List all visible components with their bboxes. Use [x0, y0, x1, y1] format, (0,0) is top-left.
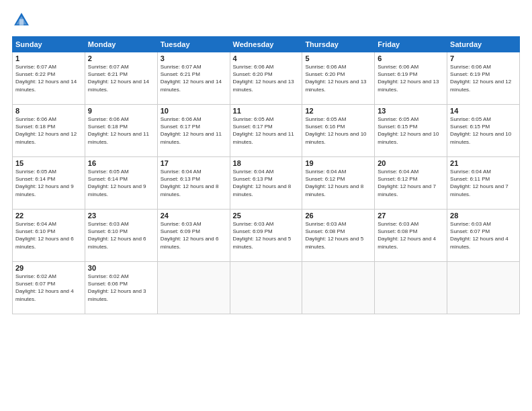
day-info: Sunrise: 6:06 AMSunset: 6:18 PMDaylight:… [15, 116, 77, 145]
logo-icon [12, 11, 31, 30]
calendar-cell: 8 Sunrise: 6:06 AMSunset: 6:18 PMDayligh… [13, 105, 85, 157]
calendar-week-3: 15 Sunrise: 6:05 AMSunset: 6:14 PMDaylig… [13, 157, 520, 210]
calendar-cell: 22 Sunrise: 6:04 AMSunset: 6:10 PMDaylig… [13, 210, 85, 262]
calendar-cell [447, 262, 520, 314]
day-number: 4 [233, 54, 300, 62]
day-number: 11 [233, 107, 300, 115]
weekday-header-wednesday: Wednesday [230, 37, 302, 52]
day-info: Sunrise: 6:06 AMSunset: 6:19 PMDaylight:… [450, 64, 511, 93]
calendar-cell: 1 Sunrise: 6:07 AMSunset: 6:22 PMDayligh… [13, 52, 85, 105]
svg-rect-2 [19, 19, 24, 25]
weekday-header-friday: Friday [375, 37, 447, 52]
day-number: 21 [450, 159, 517, 167]
day-info: Sunrise: 6:03 AMSunset: 6:08 PMDaylight:… [378, 221, 436, 250]
calendar-week-1: 1 Sunrise: 6:07 AMSunset: 6:22 PMDayligh… [13, 52, 520, 105]
day-info: Sunrise: 6:07 AMSunset: 6:21 PMDaylight:… [161, 64, 222, 93]
calendar-cell: 3 Sunrise: 6:07 AMSunset: 6:21 PMDayligh… [157, 52, 230, 105]
day-info: Sunrise: 6:03 AMSunset: 6:07 PMDaylight:… [450, 221, 508, 250]
day-info: Sunrise: 6:06 AMSunset: 6:18 PMDaylight:… [88, 116, 149, 145]
calendar-cell: 18 Sunrise: 6:04 AMSunset: 6:13 PMDaylig… [230, 157, 302, 210]
calendar-cell: 25 Sunrise: 6:03 AMSunset: 6:09 PMDaylig… [230, 210, 302, 262]
calendar-cell [157, 262, 230, 314]
calendar-week-5: 29 Sunrise: 6:02 AMSunset: 6:07 PMDaylig… [13, 262, 520, 314]
calendar-week-2: 8 Sunrise: 6:06 AMSunset: 6:18 PMDayligh… [13, 105, 520, 157]
header [12, 11, 520, 30]
calendar-cell: 19 Sunrise: 6:04 AMSunset: 6:12 PMDaylig… [302, 157, 375, 210]
calendar-cell: 27 Sunrise: 6:03 AMSunset: 6:08 PMDaylig… [375, 210, 447, 262]
day-info: Sunrise: 6:04 AMSunset: 6:12 PMDaylight:… [378, 169, 436, 197]
day-number: 16 [88, 159, 154, 167]
day-number: 14 [450, 107, 517, 115]
day-number: 1 [15, 54, 82, 62]
calendar-header-row: SundayMondayTuesdayWednesdayThursdayFrid… [13, 37, 520, 52]
calendar-cell: 29 Sunrise: 6:02 AMSunset: 6:07 PMDaylig… [13, 262, 85, 314]
day-number: 12 [305, 107, 371, 115]
day-number: 5 [305, 54, 371, 62]
calendar-cell: 20 Sunrise: 6:04 AMSunset: 6:12 PMDaylig… [375, 157, 447, 210]
logo [12, 11, 34, 30]
calendar-table: SundayMondayTuesdayWednesdayThursdayFrid… [12, 36, 520, 314]
page: SundayMondayTuesdayWednesdayThursdayFrid… [0, 0, 532, 411]
day-info: Sunrise: 6:05 AMSunset: 6:14 PMDaylight:… [88, 169, 146, 197]
weekday-header-sunday: Sunday [13, 37, 85, 52]
calendar-cell: 15 Sunrise: 6:05 AMSunset: 6:14 PMDaylig… [13, 157, 85, 210]
day-number: 15 [15, 159, 82, 167]
day-number: 30 [88, 264, 154, 272]
calendar-cell: 17 Sunrise: 6:04 AMSunset: 6:13 PMDaylig… [157, 157, 230, 210]
calendar-cell: 10 Sunrise: 6:06 AMSunset: 6:17 PMDaylig… [157, 105, 230, 157]
day-info: Sunrise: 6:04 AMSunset: 6:13 PMDaylight:… [161, 169, 219, 197]
calendar-cell: 14 Sunrise: 6:05 AMSunset: 6:15 PMDaylig… [447, 105, 520, 157]
day-number: 22 [15, 212, 82, 220]
day-info: Sunrise: 6:04 AMSunset: 6:10 PMDaylight:… [15, 221, 74, 250]
calendar-cell: 23 Sunrise: 6:03 AMSunset: 6:10 PMDaylig… [85, 210, 157, 262]
day-number: 2 [88, 54, 154, 62]
day-number: 26 [305, 212, 371, 220]
day-number: 3 [161, 54, 227, 62]
day-info: Sunrise: 6:05 AMSunset: 6:15 PMDaylight:… [450, 116, 511, 145]
calendar-cell: 5 Sunrise: 6:06 AMSunset: 6:20 PMDayligh… [302, 52, 375, 105]
day-number: 19 [305, 159, 371, 167]
day-info: Sunrise: 6:03 AMSunset: 6:09 PMDaylight:… [161, 221, 219, 250]
calendar-cell [302, 262, 375, 314]
calendar-cell: 11 Sunrise: 6:05 AMSunset: 6:17 PMDaylig… [230, 105, 302, 157]
day-number: 9 [88, 107, 154, 115]
calendar-cell: 12 Sunrise: 6:05 AMSunset: 6:16 PMDaylig… [302, 105, 375, 157]
calendar-cell: 6 Sunrise: 6:06 AMSunset: 6:19 PMDayligh… [375, 52, 447, 105]
day-info: Sunrise: 6:04 AMSunset: 6:12 PMDaylight:… [305, 169, 363, 197]
day-number: 23 [88, 212, 154, 220]
calendar-cell: 24 Sunrise: 6:03 AMSunset: 6:09 PMDaylig… [157, 210, 230, 262]
day-info: Sunrise: 6:05 AMSunset: 6:17 PMDaylight:… [233, 116, 294, 145]
day-number: 8 [15, 107, 82, 115]
day-number: 17 [161, 159, 227, 167]
day-number: 27 [378, 212, 444, 220]
day-info: Sunrise: 6:05 AMSunset: 6:16 PMDaylight:… [305, 116, 366, 145]
day-number: 13 [378, 107, 444, 115]
day-number: 10 [161, 107, 227, 115]
day-info: Sunrise: 6:02 AMSunset: 6:06 PMDaylight:… [88, 273, 146, 302]
calendar-cell: 4 Sunrise: 6:06 AMSunset: 6:20 PMDayligh… [230, 52, 302, 105]
calendar-cell: 26 Sunrise: 6:03 AMSunset: 6:08 PMDaylig… [302, 210, 375, 262]
day-number: 25 [233, 212, 300, 220]
calendar-cell [375, 262, 447, 314]
calendar-cell [230, 262, 302, 314]
calendar-cell: 7 Sunrise: 6:06 AMSunset: 6:19 PMDayligh… [447, 52, 520, 105]
day-info: Sunrise: 6:05 AMSunset: 6:15 PMDaylight:… [378, 116, 439, 145]
day-info: Sunrise: 6:03 AMSunset: 6:09 PMDaylight:… [233, 221, 292, 250]
day-info: Sunrise: 6:04 AMSunset: 6:13 PMDaylight:… [233, 169, 292, 197]
day-info: Sunrise: 6:05 AMSunset: 6:14 PMDaylight:… [15, 169, 74, 197]
weekday-header-monday: Monday [85, 37, 157, 52]
day-number: 24 [161, 212, 227, 220]
day-info: Sunrise: 6:06 AMSunset: 6:17 PMDaylight:… [161, 116, 222, 145]
day-info: Sunrise: 6:06 AMSunset: 6:19 PMDaylight:… [378, 64, 439, 93]
weekday-header-tuesday: Tuesday [157, 37, 230, 52]
calendar-cell: 21 Sunrise: 6:04 AMSunset: 6:11 PMDaylig… [447, 157, 520, 210]
day-info: Sunrise: 6:07 AMSunset: 6:22 PMDaylight:… [15, 64, 77, 93]
weekday-header-saturday: Saturday [447, 37, 520, 52]
calendar-cell: 16 Sunrise: 6:05 AMSunset: 6:14 PMDaylig… [85, 157, 157, 210]
weekday-header-thursday: Thursday [302, 37, 375, 52]
calendar-week-4: 22 Sunrise: 6:04 AMSunset: 6:10 PMDaylig… [13, 210, 520, 262]
day-number: 18 [233, 159, 300, 167]
calendar-body: 1 Sunrise: 6:07 AMSunset: 6:22 PMDayligh… [13, 52, 520, 314]
day-info: Sunrise: 6:03 AMSunset: 6:10 PMDaylight:… [88, 221, 146, 250]
day-info: Sunrise: 6:07 AMSunset: 6:21 PMDaylight:… [88, 64, 149, 93]
